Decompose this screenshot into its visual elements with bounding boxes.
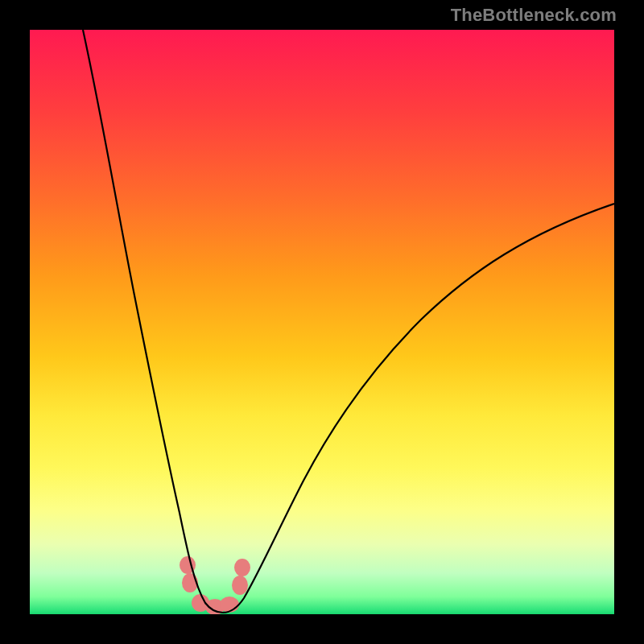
svg-point-5 [232,576,248,595]
curve-right-branch [223,204,614,613]
svg-point-4 [220,597,239,613]
chart-stage: TheBottleneck.com [0,0,644,644]
curve-left-branch [83,30,223,613]
svg-point-6 [234,559,250,576]
marker-cluster [180,556,250,614]
plot-area [30,30,614,614]
watermark-text: TheBottleneck.com [451,5,617,26]
curve-layer [30,30,614,614]
